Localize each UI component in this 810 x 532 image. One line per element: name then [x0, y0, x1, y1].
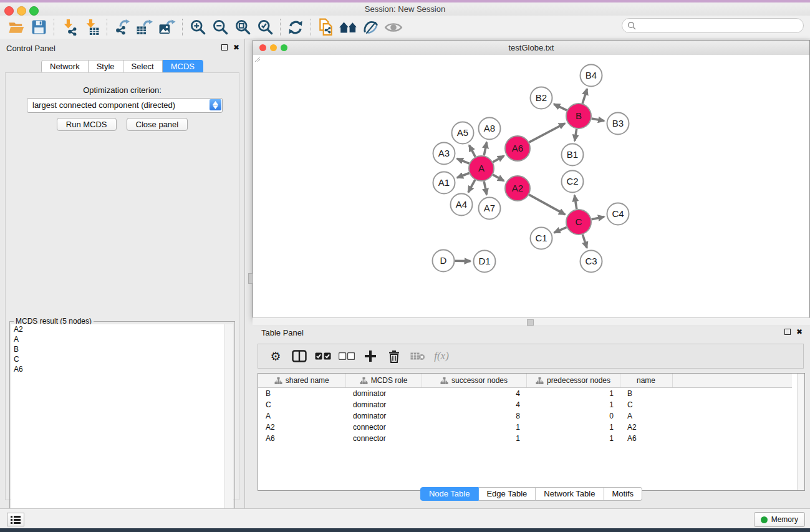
- search-input[interactable]: [639, 19, 800, 32]
- cell-successor-nodes[interactable]: 8: [422, 410, 526, 422]
- tab-select[interactable]: Select: [123, 60, 163, 74]
- refresh-icon[interactable]: [284, 17, 307, 37]
- edge-C-C1[interactable]: [554, 227, 567, 233]
- import-table-icon[interactable]: [80, 17, 103, 37]
- criterion-select[interactable]: largest connected component (directed): [27, 98, 223, 113]
- close-table-panel-icon[interactable]: ✖: [796, 329, 803, 335]
- cell-predecessor-nodes[interactable]: 1: [526, 399, 620, 410]
- function-builder-icon[interactable]: f(x): [430, 347, 453, 365]
- tab-motifs[interactable]: Motifs: [604, 487, 642, 501]
- table-row[interactable]: A2connector11A2: [258, 422, 792, 433]
- cell-predecessor-nodes[interactable]: 0: [526, 410, 620, 422]
- edge-B-B2[interactable]: [554, 104, 567, 110]
- save-session-icon[interactable]: [27, 17, 50, 37]
- column-header-name[interactable]: name: [620, 374, 672, 388]
- unselect-all-columns-icon[interactable]: [335, 347, 358, 365]
- zoom-selected-icon[interactable]: [254, 17, 276, 37]
- tab-network[interactable]: Network: [41, 60, 89, 74]
- cell-MCDS-role[interactable]: connector: [345, 422, 422, 433]
- import-network-icon[interactable]: [58, 17, 80, 37]
- cell-shared-name[interactable]: C: [258, 399, 345, 410]
- tab-mcds[interactable]: MCDS: [163, 60, 203, 74]
- edge-A-A4[interactable]: [468, 180, 475, 192]
- edge-B-B3[interactable]: [592, 118, 604, 121]
- cell-MCDS-role[interactable]: dominator: [345, 410, 422, 422]
- table-row[interactable]: Adominator80A: [258, 410, 792, 422]
- table-row[interactable]: Cdominator41C: [258, 399, 792, 410]
- edge-A-A3[interactable]: [457, 158, 470, 163]
- export-image-icon[interactable]: [156, 17, 178, 37]
- cell-successor-nodes[interactable]: 1: [422, 422, 526, 433]
- show-eye-icon[interactable]: [382, 17, 405, 37]
- task-history-button[interactable]: [7, 513, 24, 526]
- close-panel-icon[interactable]: ✖: [233, 44, 239, 51]
- cell-shared-name[interactable]: B: [258, 388, 345, 400]
- cell-name[interactable]: A6: [620, 433, 672, 444]
- open-session-icon[interactable]: [5, 17, 27, 37]
- mcds-result-item[interactable]: A: [11, 334, 224, 344]
- cell-shared-name[interactable]: A2: [258, 422, 345, 433]
- zoom-fit-icon[interactable]: [231, 17, 254, 37]
- mcds-result-item[interactable]: A2: [11, 324, 224, 334]
- network-canvas[interactable]: B4B2BB3A8A5A6A3B1AC2A1A2A4A7C4CC1DD1C3: [253, 55, 809, 317]
- mcds-result-item[interactable]: C: [11, 354, 224, 364]
- export-network-icon[interactable]: [111, 17, 133, 37]
- edge-A-A2[interactable]: [493, 175, 504, 181]
- select-all-columns-icon[interactable]: [312, 347, 334, 365]
- edge-B-B1[interactable]: [575, 129, 577, 141]
- run-mcds-button[interactable]: Run MCDS: [57, 118, 117, 131]
- edge-A-A1[interactable]: [457, 173, 469, 178]
- mcds-result-item[interactable]: B: [11, 344, 224, 354]
- edge-A2-C[interactable]: [529, 195, 565, 215]
- edge-A-A5[interactable]: [469, 145, 475, 157]
- edge-C-C2[interactable]: [574, 195, 576, 209]
- network-window-titlebar[interactable]: testGlobe.txt: [253, 41, 809, 56]
- table-row[interactable]: A6connector11A6: [258, 433, 792, 444]
- show-columns-icon[interactable]: [288, 347, 311, 365]
- cell-predecessor-nodes[interactable]: 1: [526, 388, 620, 400]
- duplicate-network-icon[interactable]: [315, 17, 337, 37]
- add-column-icon[interactable]: [359, 347, 382, 365]
- cell-name[interactable]: A2: [620, 422, 672, 433]
- cell-successor-nodes[interactable]: 4: [422, 388, 526, 400]
- tab-network-table[interactable]: Network Table: [536, 487, 604, 501]
- edge-C-C4[interactable]: [592, 217, 604, 220]
- table-row[interactable]: Bdominator41B: [258, 388, 792, 400]
- close-panel-button[interactable]: Close panel: [127, 118, 188, 131]
- edge-A-A7[interactable]: [484, 181, 486, 195]
- column-header-successor-nodes[interactable]: successor nodes: [422, 374, 526, 388]
- float-table-panel-icon[interactable]: [784, 329, 791, 335]
- column-header-MCDS-role[interactable]: MCDS role: [345, 374, 422, 388]
- mcds-result-item[interactable]: A6: [11, 364, 224, 374]
- cell-name[interactable]: C: [620, 399, 672, 410]
- resize-grip-icon[interactable]: [253, 55, 261, 62]
- horizontal-scrollbar-thumb[interactable]: [527, 319, 534, 326]
- edge-A-A6[interactable]: [493, 156, 504, 162]
- tab-node-table[interactable]: Node Table: [420, 487, 479, 501]
- cell-shared-name[interactable]: A: [258, 410, 345, 422]
- cell-predecessor-nodes[interactable]: 1: [526, 422, 620, 433]
- edge-C-C3[interactable]: [582, 235, 587, 248]
- mcds-list-scrollbar[interactable]: [225, 324, 233, 531]
- delete-table-icon[interactable]: [407, 347, 429, 365]
- cell-successor-nodes[interactable]: 4: [422, 399, 526, 410]
- home-icon[interactable]: [337, 17, 360, 37]
- edge-B-B4[interactable]: [582, 89, 587, 104]
- tab-style[interactable]: Style: [89, 60, 123, 74]
- edge-A-A8[interactable]: [484, 142, 486, 155]
- cell-shared-name[interactable]: A6: [258, 433, 345, 444]
- cell-MCDS-role[interactable]: dominator: [345, 388, 422, 400]
- zoom-in-icon[interactable]: [186, 17, 209, 37]
- table-settings-gear-icon[interactable]: ⚙: [264, 347, 287, 365]
- tab-edge-table[interactable]: Edge Table: [478, 487, 536, 501]
- cell-name[interactable]: B: [620, 388, 672, 400]
- horizontal-scrollbar[interactable]: [253, 317, 810, 326]
- memory-button[interactable]: Memory: [754, 512, 805, 527]
- table-scrollbar[interactable]: [797, 374, 804, 490]
- cell-MCDS-role[interactable]: connector: [345, 433, 422, 444]
- delete-column-icon[interactable]: [383, 347, 405, 365]
- attribute-table[interactable]: shared nameMCDS rolesuccessor nodesprede…: [258, 374, 792, 444]
- cell-MCDS-role[interactable]: dominator: [345, 399, 422, 410]
- float-panel-icon[interactable]: [221, 44, 228, 51]
- cell-successor-nodes[interactable]: 1: [422, 433, 526, 444]
